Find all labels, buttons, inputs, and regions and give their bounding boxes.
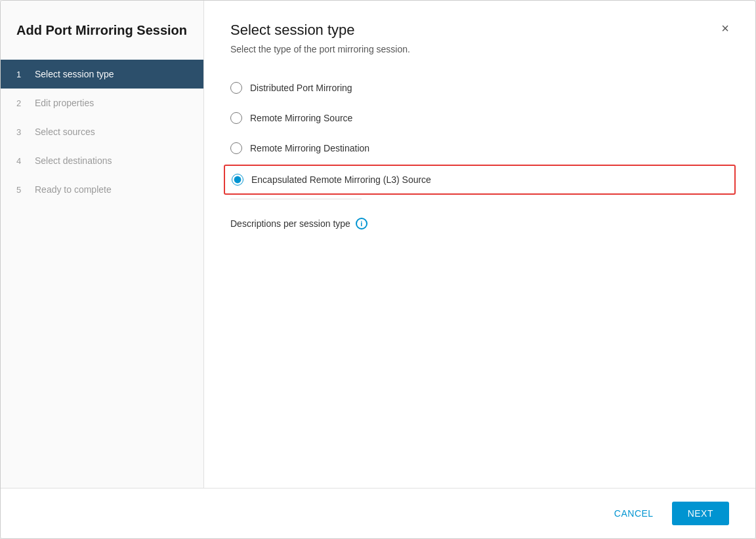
close-button[interactable]: ×: [721, 22, 729, 35]
radio-label-opt1: Distributed Port Mirroring: [250, 83, 352, 93]
sidebar-step-1[interactable]: 1 Select session type: [1, 60, 203, 89]
radio-input-opt4[interactable]: [232, 174, 243, 186]
descriptions-section: Descriptions per session type i: [230, 218, 729, 230]
radio-input-opt3[interactable]: [230, 142, 242, 154]
main-header: Select session type ×: [230, 22, 729, 39]
session-type-radio-group: Distributed Port Mirroring Remote Mirror…: [230, 73, 729, 196]
sidebar-steps: 1 Select session type 2 Edit properties …: [1, 60, 203, 204]
step-number: 3: [16, 127, 27, 137]
sidebar-step-3[interactable]: 3 Select sources: [1, 117, 203, 146]
step-label: Select destinations: [35, 155, 112, 166]
step-label: Select sources: [35, 127, 95, 137]
step-number: 4: [16, 156, 27, 166]
radio-option-opt4[interactable]: Encapsulated Remote Mirroring (L3) Sourc…: [224, 165, 736, 195]
dialog-footer: CANCEL NEXT: [1, 488, 755, 538]
step-label: Ready to complete: [35, 184, 112, 195]
step-number: 1: [16, 70, 27, 79]
add-port-mirroring-dialog: Add Port Mirroring Session 1 Select sess…: [0, 0, 756, 539]
main-subtitle: Select the type of the port mirroring se…: [230, 44, 729, 54]
dialog-body: Add Port Mirroring Session 1 Select sess…: [1, 1, 755, 488]
main-title: Select session type: [230, 22, 355, 39]
radio-input-opt1[interactable]: [230, 82, 242, 94]
sidebar-step-2[interactable]: 2 Edit properties: [1, 89, 203, 117]
radio-label-opt3: Remote Mirroring Destination: [250, 143, 369, 153]
step-label: Edit properties: [35, 98, 94, 108]
descriptions-label: Descriptions per session type: [230, 218, 350, 229]
radio-option-opt3[interactable]: Remote Mirroring Destination: [230, 133, 729, 163]
radio-option-opt2[interactable]: Remote Mirroring Source: [230, 103, 729, 133]
step-number: 5: [16, 185, 27, 195]
next-button[interactable]: NEXT: [672, 502, 729, 525]
radio-label-opt4: Encapsulated Remote Mirroring (L3) Sourc…: [251, 174, 431, 185]
sidebar-step-4[interactable]: 4 Select destinations: [1, 146, 203, 175]
radio-option-opt1[interactable]: Distributed Port Mirroring: [230, 73, 729, 103]
cancel-button[interactable]: CANCEL: [604, 502, 664, 525]
step-number: 2: [16, 98, 27, 108]
sidebar: Add Port Mirroring Session 1 Select sess…: [1, 1, 204, 488]
options-divider: [230, 199, 362, 199]
step-label: Select session type: [35, 69, 114, 79]
info-icon[interactable]: i: [356, 218, 368, 230]
sidebar-title: Add Port Mirroring Session: [1, 22, 203, 60]
radio-label-opt2: Remote Mirroring Source: [250, 113, 352, 123]
main-content: Select session type × Select the type of…: [204, 1, 755, 488]
radio-input-opt2[interactable]: [230, 112, 242, 124]
sidebar-step-5[interactable]: 5 Ready to complete: [1, 175, 203, 204]
